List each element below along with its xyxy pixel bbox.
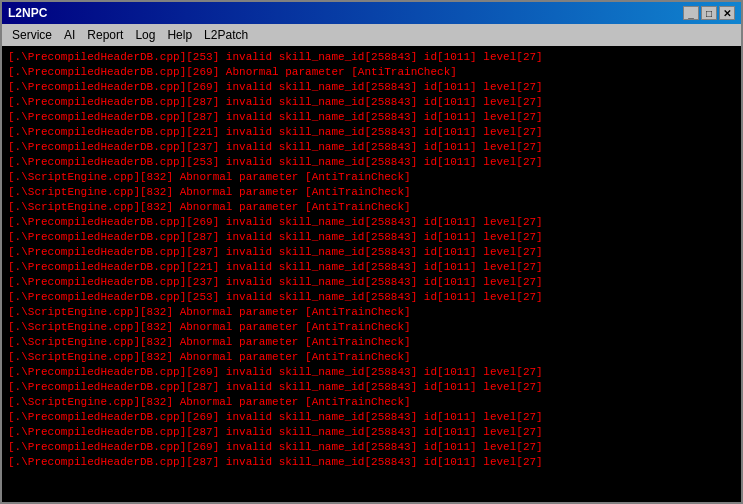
- maximize-button[interactable]: □: [701, 6, 717, 20]
- menu-item-service[interactable]: Service: [6, 26, 58, 44]
- log-line: [.\ScriptEngine.cpp][832] Abnormal param…: [8, 185, 735, 200]
- log-line: [.\PrecompiledHeaderDB.cpp][287] invalid…: [8, 380, 735, 395]
- minimize-button[interactable]: _: [683, 6, 699, 20]
- log-line: [.\ScriptEngine.cpp][832] Abnormal param…: [8, 350, 735, 365]
- menu-item-log[interactable]: Log: [129, 26, 161, 44]
- log-line: [.\PrecompiledHeaderDB.cpp][269] invalid…: [8, 440, 735, 455]
- log-line: [.\PrecompiledHeaderDB.cpp][287] invalid…: [8, 230, 735, 245]
- log-line: [.\PrecompiledHeaderDB.cpp][269] Abnorma…: [8, 65, 735, 80]
- log-line: [.\PrecompiledHeaderDB.cpp][221] invalid…: [8, 260, 735, 275]
- log-line: [.\PrecompiledHeaderDB.cpp][269] invalid…: [8, 215, 735, 230]
- log-line: [.\ScriptEngine.cpp][832] Abnormal param…: [8, 305, 735, 320]
- log-line: [.\PrecompiledHeaderDB.cpp][253] invalid…: [8, 155, 735, 170]
- title-bar-buttons: _ □ ✕: [683, 6, 735, 20]
- menu-item-help[interactable]: Help: [161, 26, 198, 44]
- log-line: [.\PrecompiledHeaderDB.cpp][237] invalid…: [8, 275, 735, 290]
- log-line: [.\ScriptEngine.cpp][832] Abnormal param…: [8, 170, 735, 185]
- log-line: [.\PrecompiledHeaderDB.cpp][287] invalid…: [8, 110, 735, 125]
- log-line: [.\PrecompiledHeaderDB.cpp][287] invalid…: [8, 425, 735, 440]
- log-line: [.\PrecompiledHeaderDB.cpp][253] invalid…: [8, 50, 735, 65]
- menu-item-l2patch[interactable]: L2Patch: [198, 26, 254, 44]
- log-output[interactable]: [.\PrecompiledHeaderDB.cpp][253] invalid…: [2, 46, 741, 502]
- log-line: [.\ScriptEngine.cpp][832] Abnormal param…: [8, 200, 735, 215]
- log-line: [.\PrecompiledHeaderDB.cpp][269] invalid…: [8, 80, 735, 95]
- log-line: [.\PrecompiledHeaderDB.cpp][221] invalid…: [8, 125, 735, 140]
- window-title: L2NPC: [8, 6, 47, 20]
- log-line: [.\PrecompiledHeaderDB.cpp][269] invalid…: [8, 410, 735, 425]
- log-line: [.\PrecompiledHeaderDB.cpp][287] invalid…: [8, 455, 735, 470]
- menu-item-report[interactable]: Report: [81, 26, 129, 44]
- close-button[interactable]: ✕: [719, 6, 735, 20]
- title-bar: L2NPC _ □ ✕: [2, 2, 741, 24]
- log-line: [.\PrecompiledHeaderDB.cpp][287] invalid…: [8, 245, 735, 260]
- menu-bar: ServiceAIReportLogHelpL2Patch: [2, 24, 741, 46]
- menu-item-ai[interactable]: AI: [58, 26, 81, 44]
- log-line: [.\ScriptEngine.cpp][832] Abnormal param…: [8, 320, 735, 335]
- log-line: [.\ScriptEngine.cpp][832] Abnormal param…: [8, 395, 735, 410]
- log-line: [.\PrecompiledHeaderDB.cpp][287] invalid…: [8, 95, 735, 110]
- log-line: [.\PrecompiledHeaderDB.cpp][253] invalid…: [8, 290, 735, 305]
- log-line: [.\ScriptEngine.cpp][832] Abnormal param…: [8, 335, 735, 350]
- log-line: [.\PrecompiledHeaderDB.cpp][237] invalid…: [8, 140, 735, 155]
- main-window: L2NPC _ □ ✕ ServiceAIReportLogHelpL2Patc…: [0, 0, 743, 504]
- log-line: [.\PrecompiledHeaderDB.cpp][269] invalid…: [8, 365, 735, 380]
